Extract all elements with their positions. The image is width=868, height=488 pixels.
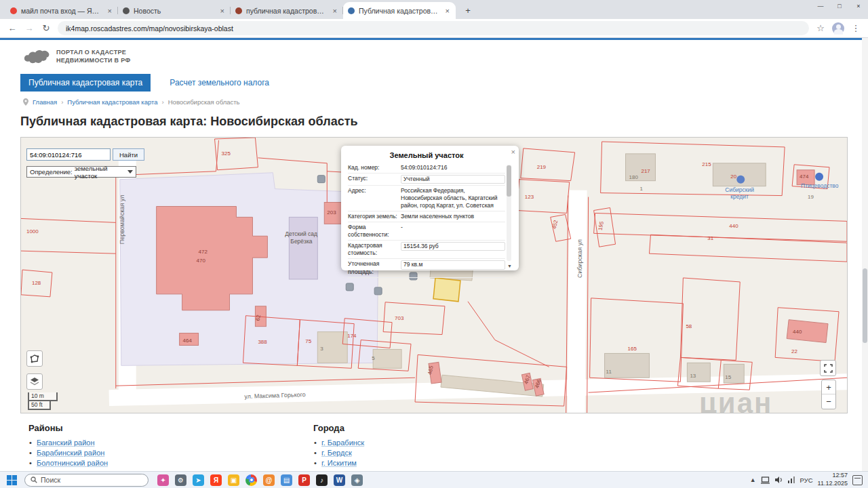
footer-districts-title: Районы: [28, 423, 313, 433]
popup-row-value: Российская Федерация, Новосибирская обла…: [401, 187, 505, 209]
tab-close-icon[interactable]: ×: [332, 7, 338, 15]
tray-expand-icon[interactable]: ▲: [750, 476, 756, 483]
fullscreen-button[interactable]: [820, 360, 836, 376]
layers-button[interactable]: [26, 373, 43, 390]
zoom-in-button[interactable]: +: [822, 380, 835, 394]
menu-dots-icon[interactable]: ⋮: [850, 23, 861, 33]
start-button[interactable]: [3, 473, 20, 487]
red-app-icon[interactable]: P: [298, 474, 310, 486]
map-label: Птицеводство: [801, 182, 839, 189]
browser-tab[interactable]: Публичная кадастровая карта×: [343, 2, 456, 19]
map-label: 1: [640, 186, 644, 192]
footer-cities: Города г. Барабинскг. Бердскг. Искитим: [313, 423, 598, 469]
page-scroll-thumb[interactable]: [863, 268, 867, 343]
breadcrumb-item[interactable]: Главная: [33, 98, 57, 106]
folder-icon[interactable]: ▤: [281, 474, 292, 486]
browser-tab[interactable]: майл почта вход — Яндекс н...×: [5, 2, 118, 19]
mail-ru-icon[interactable]: @: [263, 474, 275, 486]
browser-tab[interactable]: публичная кадастровая карта×: [231, 2, 343, 19]
notification-center-icon[interactable]: [852, 475, 863, 485]
page-scrollbar[interactable]: [862, 38, 868, 471]
tab-title: майл почта вход — Яндекс н...: [21, 7, 102, 15]
tab-title: Публичная кадастровая карта: [359, 7, 440, 15]
map-label: 128: [32, 280, 41, 286]
tab-close-icon[interactable]: ×: [444, 7, 451, 15]
breadcrumb-item[interactable]: Публичная кадастровая карта: [67, 98, 157, 106]
browser-address-bar: ← → ↻ ik4map.roscadastres.com/map/novosi…: [0, 19, 868, 38]
footer-link[interactable]: Барабинский район: [37, 449, 313, 457]
selected-parcel[interactable]: [433, 278, 460, 302]
taskbar-clock[interactable]: 12:57 11.12.2025: [818, 472, 848, 487]
footer-link[interactable]: г. Бердск: [321, 449, 598, 457]
gray-app-icon[interactable]: ◈: [351, 474, 363, 486]
popup-row-label: Статус:: [348, 175, 401, 184]
url-bar[interactable]: ik4map.roscadastres.com/map/novosibirska…: [58, 21, 809, 35]
back-icon[interactable]: ←: [7, 23, 18, 33]
new-tab-button[interactable]: +: [461, 3, 475, 17]
nav-tab[interactable]: Расчет земельного налога: [161, 74, 277, 92]
file-explorer-icon[interactable]: ▣: [228, 474, 239, 486]
browser-tab[interactable]: Новость×: [118, 2, 231, 19]
display-icon[interactable]: [761, 476, 770, 484]
map-search: Найти: [26, 148, 144, 161]
tab-title: Новость: [134, 7, 215, 15]
refresh-icon[interactable]: ↻: [41, 23, 52, 33]
map-label: 703: [395, 315, 404, 321]
map-label: 215: [702, 161, 711, 167]
map-label: Сибирский: [725, 186, 754, 193]
forward-icon[interactable]: →: [24, 23, 35, 33]
breadcrumb-items: Главная›Публичная кадастровая карта›Ново…: [33, 98, 240, 106]
map-search-button[interactable]: Найти: [113, 148, 144, 161]
tab-close-icon[interactable]: ×: [106, 7, 113, 15]
telegram-icon[interactable]: ➤: [193, 474, 204, 486]
footer-link[interactable]: г. Барабинск: [321, 439, 598, 447]
footer-link[interactable]: г. Искитим: [321, 459, 598, 467]
popup-row-label: Кад. номер:: [348, 164, 401, 171]
bookmark-star-icon[interactable]: ☆: [815, 23, 826, 33]
footer-districts-list: Баганский районБарабинский районБолотнин…: [28, 439, 313, 467]
clock-time: 12:57: [818, 472, 848, 480]
url-text: ik4map.roscadastres.com/map/novosibirska…: [66, 24, 233, 33]
map-label: 217: [641, 168, 650, 174]
zoom-out-button[interactable]: −: [822, 394, 835, 409]
network-icon[interactable]: [787, 476, 795, 483]
site-logo-text: ПОРТАЛ О КАДАСТРЕ НЕДВИЖИМОСТИ В РФ: [56, 49, 130, 64]
popup-close-icon[interactable]: ×: [511, 148, 515, 156]
chrome-icon[interactable]: [245, 474, 257, 486]
profile-avatar[interactable]: [832, 22, 844, 35]
map-label: 440: [729, 223, 738, 229]
map-label: 75: [305, 338, 311, 344]
popup-scroll-down-icon[interactable]: ▼: [507, 264, 512, 268]
close-icon[interactable]: ×: [849, 0, 868, 12]
yandex-browser-icon[interactable]: Я: [210, 474, 222, 486]
cadastral-map[interactable]: 3251000203219123215217180120474194521954…: [20, 137, 848, 413]
popup-scroll-thumb[interactable]: [507, 165, 511, 197]
tab-title: публичная кадастровая карта: [246, 7, 328, 15]
cadastral-number-input[interactable]: [26, 148, 111, 161]
popup-row: Форма собственности:-: [348, 222, 505, 241]
measure-tool-button[interactable]: [26, 350, 43, 367]
map-label: 464: [183, 338, 193, 344]
taskbar-search[interactable]: Поиск: [24, 474, 149, 487]
nav-tab[interactable]: Публичная кадастровая карта: [20, 74, 151, 92]
zoom-controls: + −: [821, 380, 836, 409]
yandex-music-icon[interactable]: ♪: [316, 474, 328, 486]
minimize-icon[interactable]: —: [811, 0, 830, 12]
language-indicator[interactable]: РУС: [800, 476, 813, 484]
clock-date: 11.12.2025: [818, 480, 848, 488]
popup-scrollbar[interactable]: [507, 165, 511, 261]
footer-link[interactable]: Болотнинский район: [37, 459, 313, 467]
popup-row: Уточненная площадь:79 кв.м: [348, 259, 505, 277]
copilot-icon[interactable]: ✦: [157, 474, 169, 486]
map-label: Берёзка: [290, 238, 313, 245]
popup-row-label: Форма собственности:: [348, 224, 401, 239]
settings-icon[interactable]: ⚙: [175, 474, 186, 486]
footer-link[interactable]: Баганский район: [37, 439, 313, 447]
word-icon[interactable]: W: [334, 474, 345, 486]
volume-icon[interactable]: [774, 476, 783, 484]
map-label: 325: [222, 150, 231, 157]
tab-close-icon[interactable]: ×: [219, 7, 226, 15]
scale-imperial: 50 ft: [28, 401, 51, 410]
maximize-icon[interactable]: □: [830, 0, 849, 12]
map-filter-select[interactable]: Определение: земельный участок: [26, 166, 136, 178]
